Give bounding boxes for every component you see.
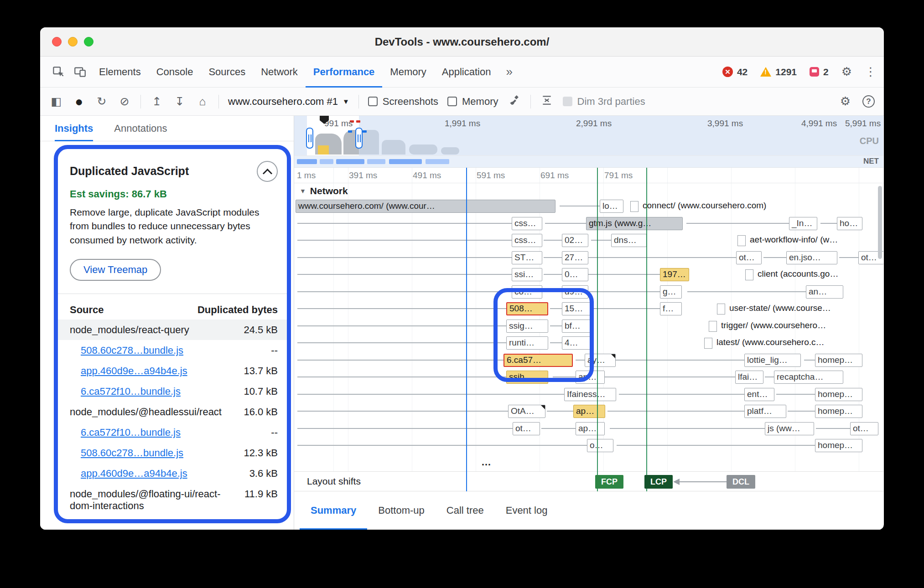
network-request[interactable]: g… [660,285,682,299]
network-request[interactable]: recaptcha… [774,371,843,384]
clear-icon[interactable]: ⊘ [118,95,131,108]
network-request[interactable]: js (ww… [765,422,814,435]
network-request[interactable]: an… [806,285,843,299]
network-request[interactable]: ot… [736,251,762,264]
network-request[interactable]: connect/ (www.coursehero.com) [630,200,781,213]
network-request[interactable]: lfai… [735,371,763,384]
network-request[interactable]: … [479,456,497,469]
network-request[interactable]: 0… [562,268,588,281]
window-right-handle[interactable] [355,128,363,149]
network-request[interactable]: trigger/ (www.coursehero… [709,320,881,333]
more-options-icon[interactable]: ⋮ [865,65,877,79]
performance-settings-gear-icon[interactable]: ⚙ [840,94,851,108]
tab-console[interactable]: Console [149,57,201,88]
error-count-badge[interactable]: ✕42 [722,67,748,77]
network-request[interactable]: user-state/ (www.course… [717,302,881,315]
network-request[interactable]: aet-workflow-info/ (w… [737,234,882,247]
profile-select[interactable]: www.coursehero.com #1▼ [228,96,349,108]
download-profile-icon[interactable]: ↧ [173,95,187,108]
source-file-link[interactable]: 508.60c278…bundle.js [81,447,183,459]
source-file-link[interactable]: 6.ca572f10…bundle.js [81,386,181,397]
network-track-header[interactable]: ▼ Network [294,183,348,199]
tab-network[interactable]: Network [253,57,306,88]
sidebar-tab-annotations[interactable]: Annotations [114,116,167,141]
source-file-link[interactable]: 508.60c278…bundle.js [81,345,183,356]
network-request[interactable]: client (accounts.go… [745,268,882,281]
network-request[interactable]: 197… [660,268,689,281]
lcp-marker-badge[interactable]: LCP [644,475,673,489]
network-request[interactable]: ot… [850,422,878,435]
network-request[interactable]: f… [660,302,682,315]
network-request[interactable]: ho… [837,217,862,230]
dim-third-parties-toggle[interactable]: Dim 3rd parties [563,96,645,108]
network-request[interactable]: ap… [573,405,605,418]
detail-tab-call-tree[interactable]: Call tree [436,491,495,530]
timeline-minimap[interactable]: 991 ms1,991 ms2,991 ms3,991 ms4,991 ms5,… [294,116,883,156]
minimize-window-button[interactable] [68,37,78,46]
network-request[interactable]: lottie_lig… [744,354,801,367]
reload-and-record-icon[interactable]: ↻ [95,95,109,108]
issues-count-badge[interactable]: 2 [810,67,829,77]
request-whisker [297,428,513,429]
network-request[interactable]: www.coursehero.com/ (www.cour… [296,200,555,213]
dcl-marker-badge[interactable]: DCL [727,475,755,489]
collapse-insight-button[interactable] [257,161,278,182]
collapse-flame-icon[interactable] [540,94,554,109]
tab-memory[interactable]: Memory [382,57,434,88]
network-segment [297,159,317,164]
toggle-sidebar-icon[interactable]: ◧ [49,95,63,108]
gc-brush-icon[interactable] [508,94,521,108]
network-request[interactable]: platf… [744,405,786,418]
tab-application[interactable]: Application [434,57,499,88]
inspect-element-icon[interactable] [47,62,68,83]
device-toolbar-icon[interactable] [69,62,90,83]
tab-sources[interactable]: Sources [201,57,253,88]
network-request[interactable]: ssi… [512,268,542,281]
fcp-marker-badge[interactable]: FCP [595,475,623,489]
network-request[interactable]: 02… [562,234,588,247]
sidebar-tab-insights[interactable]: Insights [55,116,93,141]
network-request[interactable]: ent… [744,388,774,401]
network-request[interactable]: homep… [815,405,862,418]
vertical-scrollbar[interactable] [878,186,882,259]
network-request[interactable]: 27… [562,251,588,264]
record-button[interactable]: ● [72,94,86,109]
more-tabs-button[interactable]: » [499,65,519,79]
network-request[interactable]: en.jso… [786,251,837,264]
upload-profile-icon[interactable]: ↥ [150,95,164,108]
network-request[interactable]: ot… [513,422,540,435]
source-file-link[interactable]: 6.ca572f10…bundle.js [81,427,181,438]
network-request[interactable]: css… [512,234,542,247]
network-request[interactable]: dns… [611,234,647,247]
memory-checkbox[interactable]: Memory [447,96,498,108]
network-request[interactable]: homep… [815,354,862,367]
network-request[interactable]: ap… [576,422,605,435]
network-request[interactable]: homep… [815,388,862,401]
network-request[interactable]: _In… [789,217,817,230]
source-file-link[interactable]: app.460d9e…a94b4e.js [81,365,187,377]
network-request[interactable]: ST… [512,251,542,264]
detail-tab-summary[interactable]: Summary [300,491,367,530]
view-treemap-button[interactable]: View Treemap [70,259,161,281]
detail-tab-event-log[interactable]: Event log [495,491,559,530]
detail-tab-bottom-up[interactable]: Bottom-up [367,491,436,530]
zoom-window-button[interactable] [84,37,93,46]
network-request[interactable]: css… [512,217,542,230]
network-request[interactable]: OtA… [508,405,545,418]
network-request[interactable]: lo… [600,200,623,213]
network-request[interactable]: homep… [815,439,862,452]
source-file-link[interactable]: app.460d9e…a94b4e.js [81,468,187,480]
home-icon[interactable]: ⌂ [196,95,209,108]
warning-count-badge[interactable]: 1291 [760,67,797,77]
help-icon[interactable]: ? [862,95,875,108]
screenshots-checkbox[interactable]: Screenshots [368,96,438,108]
tab-elements[interactable]: Elements [91,57,149,88]
settings-gear-icon[interactable]: ⚙ [841,65,852,79]
window-left-handle[interactable] [306,128,313,149]
network-request[interactable]: latest/ (www.coursehero.c… [704,336,881,350]
network-request[interactable]: gtm.js (www.g… [586,217,683,230]
network-request[interactable]: o… [587,439,613,452]
close-window-button[interactable] [52,37,62,46]
network-request[interactable]: Ifainess… [564,388,616,401]
tab-performance[interactable]: Performance [306,57,383,88]
